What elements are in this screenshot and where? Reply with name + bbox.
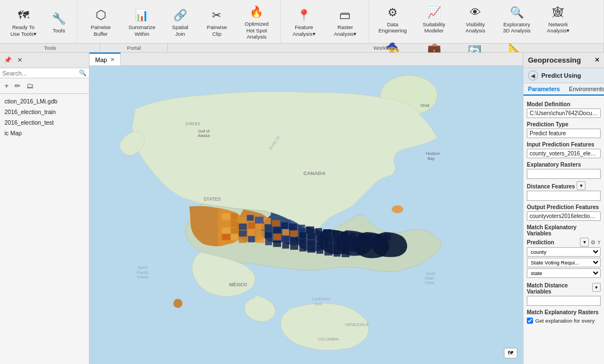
svg-rect-37	[351, 238, 357, 244]
county-dropdown[interactable]: county	[527, 247, 601, 257]
toolbar-group-portal: 📍 Feature Analysis▾ 🗃 Raster Analysis▾	[281, 0, 369, 43]
pairwise-clip-button[interactable]: ✂ Pairwise Clip	[200, 5, 235, 38]
pairwise-buffer-icon: ⬡	[92, 6, 110, 24]
layer-item-basemap[interactable]: ic Map	[2, 128, 87, 138]
match-distance-chevron[interactable]: ▾	[592, 283, 601, 292]
search-input[interactable]	[2, 70, 79, 77]
optimized-hot-spot-icon: 🔥	[248, 3, 266, 21]
ready-to-use-icon: 🗺	[15, 6, 32, 24]
get-explanation-checkbox[interactable]	[527, 318, 533, 324]
distance-features-row: Distance Features ▾	[527, 180, 601, 191]
visibility-analysis-button[interactable]: 👁 Visibility Analysis	[456, 2, 494, 35]
prediction-type-value[interactable]: Predict feature	[527, 129, 601, 138]
suitability-modeler-button[interactable]: 📈 Suitability Modeler	[415, 2, 453, 35]
network-analysis-button[interactable]: 🕸 Network Analysis▾	[539, 2, 577, 35]
output-prediction-label: Output Prediction Features	[527, 204, 601, 210]
summarize-within-button[interactable]: 📊 Summarize Within	[123, 5, 161, 38]
svg-point-72	[173, 299, 182, 308]
t-col-label: T	[597, 239, 601, 245]
optimized-hot-spot-button[interactable]: 🔥 Optimized Hot Spot Analysis	[238, 2, 276, 41]
exploratory-3d-icon: 🔍	[508, 3, 526, 21]
back-button[interactable]: ◀	[528, 70, 538, 81]
map-area: Map ✕	[89, 53, 523, 364]
svg-rect-65	[290, 243, 298, 249]
layer-list: ction_2016_LMi.gdb 2016_election_train 2…	[0, 94, 89, 364]
svg-rect-51	[308, 240, 315, 246]
layer-item-gdb[interactable]: ction_2016_LMi.gdb	[2, 96, 87, 106]
model-definition-value[interactable]: C:\Users\chun7642\Docume...	[527, 108, 601, 118]
svg-text:CANADA: CANADA	[303, 171, 325, 176]
state-dropdown[interactable]: state	[527, 268, 601, 278]
raster-analysis-button[interactable]: 🗃 Raster Analysis▾	[326, 5, 364, 38]
svg-text:Sea: Sea	[315, 302, 322, 306]
output-prediction-value[interactable]: countyvoters2016electiontes	[527, 211, 601, 221]
attribute-button[interactable]: 🗂	[25, 81, 35, 91]
svg-rect-12	[306, 226, 314, 233]
spatial-join-icon: 🔗	[171, 6, 189, 24]
pin-button[interactable]: 📌	[2, 55, 13, 65]
match-rasters-label: Match Explanatory Rasters	[527, 309, 601, 315]
svg-rect-8	[272, 220, 280, 226]
tools-button[interactable]: 🔧 Tools	[45, 8, 72, 35]
layer-test-label: 2016_election_test	[4, 119, 54, 126]
svg-rect-64	[282, 242, 289, 248]
pairwise-buffer-button[interactable]: ⬡ Pairwise Buffer	[82, 5, 120, 38]
explanatory-rasters-field[interactable]	[527, 169, 601, 179]
map-tab[interactable]: Map ✕	[89, 53, 121, 65]
svg-rect-40	[376, 239, 384, 245]
symbol-button[interactable]: ✏	[13, 81, 22, 91]
svg-text:North: North	[426, 272, 436, 276]
left-panel: 📌 ✕ 🔍 + ✏ 🗂 ction_2016_LMi.gdb 2016_elec…	[0, 53, 89, 364]
map-tab-close-button[interactable]: ✕	[110, 56, 115, 63]
pairwise-buffer-label: Pairwise Buffer	[84, 24, 117, 37]
layer-item-train[interactable]: 2016_election_train	[2, 107, 87, 117]
svg-rect-9	[281, 223, 288, 229]
svg-text:Ocea.: Ocea.	[425, 281, 436, 285]
match-distance-field[interactable]	[527, 296, 601, 306]
svg-rect-32	[308, 233, 315, 239]
main-area: 📌 ✕ 🔍 + ✏ 🗂 ction_2016_LMi.gdb 2016_elec…	[0, 53, 604, 364]
map-tab-label: Map	[95, 56, 107, 63]
layer-item-test[interactable]: 2016_election_test	[2, 117, 87, 127]
tab-environments[interactable]: Environments	[564, 83, 604, 94]
visibility-analysis-label: Visibility Analysis	[459, 21, 492, 34]
distance-features-label: Distance Features	[527, 183, 575, 190]
ribbon-bar: Tools Portal Workflows	[0, 44, 604, 53]
distance-features-chevron[interactable]: ▾	[577, 181, 586, 190]
state-voting-dropdown[interactable]: State Voting Requi...	[527, 258, 601, 267]
optimized-hot-spot-label: Optimized Hot Spot Analysis	[240, 21, 273, 40]
input-prediction-value[interactable]: county_voters_2016_election	[527, 149, 601, 158]
svg-text:Alaska: Alaska	[198, 134, 210, 138]
svg-rect-29	[282, 229, 289, 235]
svg-rect-36	[342, 238, 350, 244]
svg-text:Ocean: Ocean	[137, 275, 149, 280]
match-explanatory-chevron[interactable]: ▾	[580, 238, 589, 247]
geoprocessing-panel: Geoprocessing ✕ ◀ Predict Using Paramete…	[523, 53, 604, 364]
ready-to-use-button[interactable]: 🗺 Ready To Use Tools▾	[4, 5, 42, 38]
exploratory-3d-button[interactable]: 🔍 Exploratory 3D Analysis	[498, 2, 536, 35]
explanatory-rasters-header: Explanatory Rasters	[527, 162, 601, 168]
add-layer-button[interactable]: +	[3, 81, 10, 91]
svg-text:Strait: Strait	[420, 103, 430, 108]
data-engineering-icon: ⚙	[384, 3, 402, 21]
svg-rect-47	[273, 234, 281, 240]
geoprocessing-close[interactable]: ✕	[594, 56, 600, 64]
svg-rect-34	[324, 236, 332, 242]
svg-rect-31	[299, 232, 306, 238]
data-engineering-button[interactable]: ⚙ Data Engineering	[374, 2, 412, 35]
svg-rect-27	[265, 225, 272, 231]
svg-text:COLOMBIA: COLOMBIA	[318, 337, 339, 342]
pairwise-clip-icon: ✂	[208, 6, 226, 24]
map-nav-button[interactable]: 🗺	[504, 348, 517, 358]
spatial-join-button[interactable]: 🔗 Spatial Join	[164, 5, 196, 38]
distance-features-field[interactable]	[527, 191, 601, 201]
toolbar-group-workflows: ⚙ Data Engineering 📈 Suitability Modeler…	[369, 0, 604, 43]
svg-rect-30	[290, 230, 298, 237]
feature-analysis-button[interactable]: 📍 Feature Analysis▾	[285, 5, 323, 38]
svg-text:Gulf of: Gulf of	[198, 129, 210, 134]
match-explanatory-gear[interactable]: ⚙	[591, 239, 596, 245]
tab-parameters[interactable]: Parameters	[523, 83, 564, 96]
svg-rect-15	[332, 230, 339, 237]
left-panel-close-button[interactable]: ✕	[16, 55, 24, 65]
svg-rect-2	[222, 213, 230, 220]
